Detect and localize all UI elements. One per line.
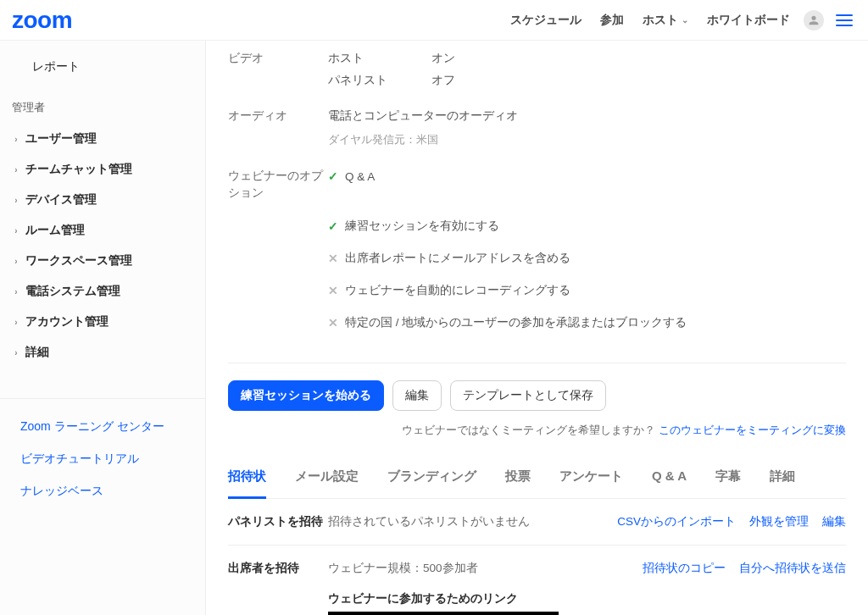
send-self-invitation-link[interactable]: 自分へ招待状を送信 bbox=[739, 561, 846, 615]
invite-panelist-empty: 招待されているパネリストがいません bbox=[328, 514, 617, 529]
option-qa: ✓ Q & A bbox=[328, 161, 846, 191]
video-label: ビデオ bbox=[228, 51, 328, 66]
tab-invitation[interactable]: 招待状 bbox=[228, 458, 266, 499]
video-row: ビデオ ホスト オン bbox=[228, 47, 846, 69]
join-link-label: ウェビナーに参加するためのリンク bbox=[328, 592, 518, 605]
webinar-options-label: ウェビナーのオプション bbox=[228, 168, 328, 202]
tab-branding[interactable]: ブランディング bbox=[387, 458, 476, 498]
webinar-options-row: ウェビナーのオプション ✓ Q & A ✓ 練習セッションを有効にする ✕ 出席… bbox=[228, 164, 846, 342]
invite-panelist-label: パネリストを招待 bbox=[228, 514, 328, 529]
detail-tabs: 招待状 メール設定 ブランディング 投票 アンケート Q & A 字幕 詳細 bbox=[228, 458, 846, 499]
sidebar-item-label: 詳細 bbox=[25, 345, 49, 360]
chevron-right-icon: › bbox=[12, 226, 20, 235]
option-text: Q & A bbox=[345, 170, 375, 183]
option-country-approve-block: ✕ 特定の国 / 地域からのユーザーの参加を承認またはブロックする bbox=[328, 307, 846, 339]
tab-qa[interactable]: Q & A bbox=[652, 458, 687, 498]
sidebar-link-knowledge-base[interactable]: ナレッジベース bbox=[0, 475, 205, 507]
sidebar-item-label: ユーザー管理 bbox=[25, 131, 97, 147]
zoom-logo[interactable]: zoom bbox=[12, 7, 72, 34]
nav-join[interactable]: 参加 bbox=[600, 13, 624, 28]
invite-attendee-label: 出席者を招待 bbox=[228, 561, 328, 615]
sidebar-item-account[interactable]: › アカウント管理 bbox=[0, 307, 205, 337]
sidebar-item-label: ワークスペース管理 bbox=[25, 253, 132, 269]
tab-captions[interactable]: 字幕 bbox=[715, 458, 741, 498]
video-panelist-row: パネリスト オフ bbox=[228, 69, 846, 91]
nav-host[interactable]: ホスト ⌄ bbox=[643, 13, 688, 28]
check-icon: ✓ bbox=[328, 169, 338, 183]
video-panelist-label: パネリスト bbox=[328, 73, 431, 88]
invite-attendee-section: 出席者を招待 ウェビナー規模：500参加者 ウェビナーに参加するためのリンク 招… bbox=[228, 546, 846, 615]
sidebar-report[interactable]: レポート bbox=[0, 53, 205, 81]
chevron-right-icon: › bbox=[12, 287, 20, 296]
sidebar-item-label: アカウント管理 bbox=[25, 314, 108, 330]
sidebar-item-phone-system[interactable]: › 電話システム管理 bbox=[0, 276, 205, 307]
invite-panelist-section: パネリストを招待 招待されているパネリストがいません CSVからのインポート 外… bbox=[228, 499, 846, 546]
start-practice-button[interactable]: 練習セッションを始める bbox=[228, 380, 384, 411]
webinar-scale: ウェビナー規模：500参加者 bbox=[328, 561, 643, 576]
join-link-redacted bbox=[328, 612, 559, 615]
chevron-right-icon: › bbox=[12, 318, 20, 327]
video-host-label: ホスト bbox=[328, 51, 431, 66]
chevron-right-icon: › bbox=[12, 165, 20, 175]
video-panelist-value: オフ bbox=[431, 73, 455, 88]
audio-label: オーディオ bbox=[228, 108, 328, 124]
video-host-value: オン bbox=[431, 51, 455, 66]
option-text: 練習セッションを有効にする bbox=[345, 219, 499, 234]
chevron-right-icon: › bbox=[12, 257, 20, 266]
save-template-button[interactable]: テンプレートとして保存 bbox=[450, 380, 606, 411]
tab-polls[interactable]: 投票 bbox=[505, 458, 531, 498]
option-auto-record: ✕ ウェビナーを自動的にレコーディングする bbox=[328, 274, 846, 307]
convert-question: ウェビナーではなくミーティングを希望しますか？ bbox=[402, 424, 659, 436]
chevron-right-icon: › bbox=[12, 135, 20, 144]
tab-more[interactable]: 詳細 bbox=[770, 458, 795, 498]
sidebar-item-label: 電話システム管理 bbox=[25, 284, 120, 299]
sidebar-item-label: チームチャット管理 bbox=[25, 162, 132, 177]
copy-invitation-link[interactable]: 招待状のコピー bbox=[643, 561, 726, 615]
hamburger-menu-icon[interactable] bbox=[836, 14, 853, 26]
nav-schedule[interactable]: スケジュール bbox=[510, 13, 581, 28]
nav-host-label: ホスト bbox=[643, 13, 678, 28]
avatar[interactable] bbox=[804, 10, 824, 30]
panelist-edit-link[interactable]: 編集 bbox=[822, 514, 846, 529]
edit-button[interactable]: 編集 bbox=[392, 380, 442, 411]
x-icon: ✕ bbox=[328, 284, 338, 297]
sidebar-link-tutorials[interactable]: ビデオチュートリアル bbox=[0, 443, 205, 475]
main-content: ビデオ ホスト オン パネリスト オフ オーディオ 電話とコンピューターのオーデ… bbox=[206, 41, 868, 615]
sidebar-link-learning-center[interactable]: Zoom ラーニング センター bbox=[0, 411, 205, 443]
sidebar-item-rooms[interactable]: › ルーム管理 bbox=[0, 215, 205, 246]
option-text: 特定の国 / 地域からのユーザーの参加を承認またはブロックする bbox=[345, 315, 687, 330]
tab-survey[interactable]: アンケート bbox=[559, 458, 623, 498]
sidebar-item-team-chat[interactable]: › チームチャット管理 bbox=[0, 154, 205, 185]
sidebar-item-devices[interactable]: › デバイス管理 bbox=[0, 185, 205, 215]
option-text: ウェビナーを自動的にレコーディングする bbox=[345, 283, 570, 298]
audio-value: 電話とコンピューターのオーディオ bbox=[328, 108, 846, 124]
option-practice-session: ✓ 練習セッションを有効にする bbox=[328, 210, 846, 242]
option-attendee-report-email: ✕ 出席者レポートにメールアドレスを含める bbox=[328, 242, 846, 274]
top-header: zoom スケジュール 参加 ホスト ⌄ ホワイトボード bbox=[0, 0, 868, 41]
sidebar-divider bbox=[0, 398, 205, 399]
user-icon bbox=[807, 14, 821, 27]
header-nav: スケジュール 参加 ホスト ⌄ ホワイトボード bbox=[510, 13, 790, 28]
audio-row: オーディオ 電話とコンピューターのオーディオ ダイヤル発信元：米国 bbox=[228, 105, 846, 151]
sidebar-section-admin: 管理者 bbox=[0, 81, 205, 124]
chevron-right-icon: › bbox=[12, 196, 20, 205]
manage-appearance-link[interactable]: 外観を管理 bbox=[749, 514, 809, 529]
sidebar: レポート 管理者 › ユーザー管理 › チームチャット管理 › デバイス管理 ›… bbox=[0, 41, 206, 615]
sidebar-item-workspace[interactable]: › ワークスペース管理 bbox=[0, 246, 205, 276]
actions-bar: 練習セッションを始める 編集 テンプレートとして保存 ウェビナーではなくミーティ… bbox=[228, 363, 846, 438]
convert-to-meeting-link[interactable]: このウェビナーをミーティングに変換 bbox=[659, 424, 846, 436]
chevron-down-icon: ⌄ bbox=[682, 15, 688, 25]
option-text: 出席者レポートにメールアドレスを含める bbox=[345, 251, 570, 266]
dial-from-hint: ダイヤル発信元：米国 bbox=[328, 132, 846, 147]
check-icon: ✓ bbox=[328, 219, 338, 233]
sidebar-item-label: デバイス管理 bbox=[25, 192, 97, 208]
csv-import-link[interactable]: CSVからのインポート bbox=[617, 514, 736, 529]
sidebar-item-users[interactable]: › ユーザー管理 bbox=[0, 124, 205, 154]
chevron-right-icon: › bbox=[12, 348, 20, 357]
tab-email-settings[interactable]: メール設定 bbox=[295, 458, 359, 498]
webinar-settings: ビデオ ホスト オン パネリスト オフ オーディオ 電話とコンピューターのオーデ… bbox=[228, 47, 846, 342]
sidebar-item-label: ルーム管理 bbox=[25, 223, 85, 238]
nav-whiteboard[interactable]: ホワイトボード bbox=[707, 13, 790, 28]
x-icon: ✕ bbox=[328, 316, 338, 330]
sidebar-item-more[interactable]: › 詳細 bbox=[0, 337, 205, 368]
